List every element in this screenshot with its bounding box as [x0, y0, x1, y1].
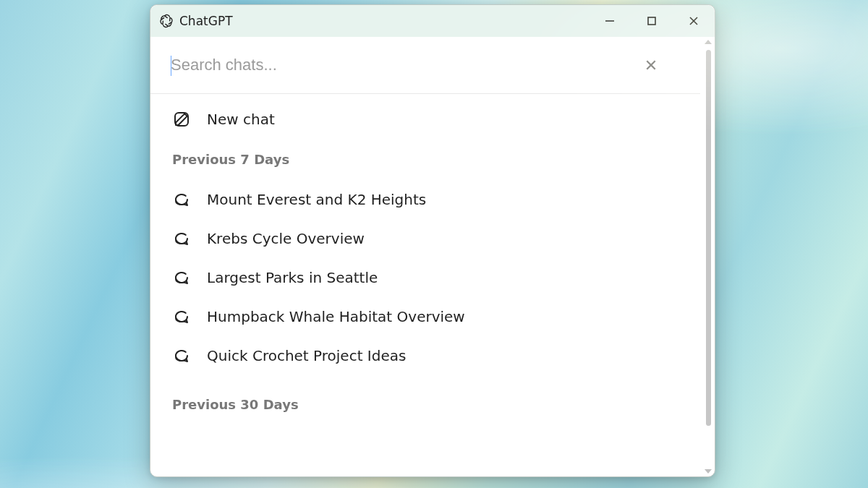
group-title: Previous 7 Days: [168, 146, 683, 180]
chat-item[interactable]: Humpback Whale Habitat Overview: [168, 297, 683, 336]
scrollbar-down-arrow-icon[interactable]: [702, 466, 715, 476]
svg-marker-7: [705, 40, 712, 44]
svg-marker-8: [705, 469, 712, 474]
minimize-button[interactable]: [589, 5, 631, 37]
openai-logo-icon: [159, 14, 174, 28]
app-window: ChatGPT: [150, 4, 715, 477]
chat-item-label: Krebs Cycle Overview: [207, 230, 365, 247]
new-chat-icon: [172, 110, 191, 129]
scrollbar-up-arrow-icon[interactable]: [702, 37, 715, 47]
svg-rect-1: [648, 17, 655, 25]
text-caret: [171, 56, 171, 76]
chat-item-label: Mount Everest and K2 Heights: [207, 191, 426, 208]
chat-item[interactable]: Largest Parks in Seattle: [168, 258, 683, 297]
chat-group: Previous 7 Days Mount Everest and K2 Hei…: [168, 146, 683, 375]
chat-bubble-icon: [172, 346, 191, 365]
chat-item-label: Humpback Whale Habitat Overview: [207, 308, 465, 325]
titlebar: ChatGPT: [150, 5, 715, 37]
chat-item-label: Quick Crochet Project Ideas: [207, 347, 406, 364]
chat-bubble-icon: [172, 190, 191, 209]
chat-bubble-icon: [172, 307, 191, 326]
search-row: [150, 37, 700, 94]
chat-item[interactable]: Quick Crochet Project Ideas: [168, 336, 683, 375]
chat-item[interactable]: Mount Everest and K2 Heights: [168, 180, 683, 219]
group-title: Previous 30 Days: [168, 391, 683, 425]
scrollbar-thumb[interactable]: [706, 50, 711, 426]
search-input[interactable]: [171, 56, 642, 74]
window-controls: [589, 5, 715, 37]
clear-search-button[interactable]: [642, 56, 660, 74]
chat-item-label: Largest Parks in Seattle: [207, 269, 378, 286]
new-chat-button[interactable]: New chat: [168, 94, 683, 146]
window-title: ChatGPT: [179, 14, 233, 28]
vertical-scrollbar[interactable]: [702, 37, 715, 476]
chat-bubble-icon: [172, 268, 191, 287]
content-area: New chat Previous 7 Days Mount Everest a…: [150, 37, 715, 476]
chat-group: Previous 30 Days: [168, 391, 683, 425]
chat-bubble-icon: [172, 229, 191, 248]
maximize-button[interactable]: [631, 5, 673, 37]
new-chat-label: New chat: [207, 111, 275, 128]
chat-item[interactable]: Krebs Cycle Overview: [168, 219, 683, 258]
close-button[interactable]: [673, 5, 715, 37]
